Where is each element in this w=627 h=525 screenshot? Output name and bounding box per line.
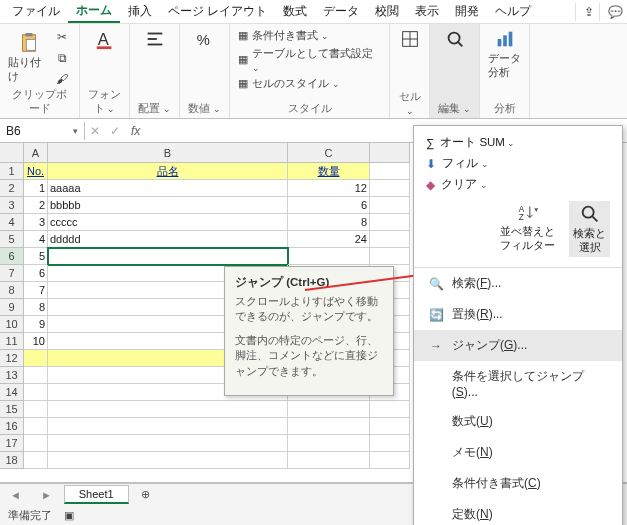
cell[interactable]: 8	[24, 299, 48, 316]
cell[interactable]: 2	[24, 197, 48, 214]
cell[interactable]	[288, 401, 370, 418]
cell[interactable]	[370, 180, 410, 197]
row-header[interactable]: 10	[0, 316, 24, 333]
menu-developer[interactable]: 開発	[447, 1, 487, 22]
paste-button[interactable]: 貼り付け	[8, 32, 49, 84]
row-header[interactable]: 5	[0, 231, 24, 248]
row-header[interactable]: 13	[0, 367, 24, 384]
name-box[interactable]: B6▾	[0, 122, 85, 140]
group-label-number[interactable]: 数値	[188, 102, 221, 116]
cell[interactable]: ddddd	[48, 231, 288, 248]
fill-button[interactable]: ⬇フィル	[422, 153, 614, 174]
cell[interactable]	[288, 435, 370, 452]
menu-help[interactable]: ヘルプ	[487, 1, 539, 22]
cell[interactable]: 9	[24, 316, 48, 333]
copy-icon[interactable]: ⧉	[53, 49, 71, 67]
row-header[interactable]: 11	[0, 333, 24, 350]
menu-data[interactable]: データ	[315, 1, 367, 22]
cell[interactable]: aaaaa	[48, 180, 288, 197]
group-label-editing[interactable]: 編集	[438, 102, 471, 116]
cell[interactable]	[370, 435, 410, 452]
cell[interactable]	[24, 367, 48, 384]
cell[interactable]: 5	[24, 248, 48, 265]
cell-styles-button[interactable]: ▦セルのスタイル	[238, 76, 381, 91]
menu-review[interactable]: 校閲	[367, 1, 407, 22]
row-header[interactable]: 15	[0, 401, 24, 418]
menu-page-layout[interactable]: ページ レイアウト	[160, 1, 275, 22]
cell[interactable]	[48, 401, 288, 418]
cell[interactable]	[370, 214, 410, 231]
cell[interactable]: No.	[24, 163, 48, 180]
row-header[interactable]: 18	[0, 452, 24, 469]
row-header[interactable]: 16	[0, 418, 24, 435]
menu-formulas[interactable]: 数式(U)	[414, 406, 622, 437]
align-button[interactable]	[144, 28, 166, 50]
row-header[interactable]: 6	[0, 248, 24, 265]
format-painter-icon[interactable]: 🖌	[53, 70, 71, 88]
menu-home[interactable]: ホーム	[68, 0, 120, 23]
cell[interactable]	[370, 418, 410, 435]
cell[interactable]	[288, 418, 370, 435]
editing-button[interactable]	[444, 28, 466, 50]
row-header[interactable]: 3	[0, 197, 24, 214]
cell[interactable]: 12	[288, 180, 370, 197]
font-button[interactable]: A	[94, 28, 116, 50]
menu-goto-special[interactable]: 条件を選択してジャンプ(S)...	[414, 361, 622, 406]
row-header[interactable]: 9	[0, 299, 24, 316]
row-header[interactable]: 17	[0, 435, 24, 452]
cell[interactable]: 品名	[48, 163, 288, 180]
menu-notes[interactable]: メモ(N)	[414, 437, 622, 468]
row-header[interactable]: 8	[0, 282, 24, 299]
add-sheet-button[interactable]: ⊕	[131, 488, 160, 501]
cell[interactable]	[24, 418, 48, 435]
tab-nav-next[interactable]: ►	[31, 489, 62, 501]
cells-button[interactable]	[399, 28, 421, 50]
menu-file[interactable]: ファイル	[4, 1, 68, 22]
cell[interactable]	[48, 418, 288, 435]
menu-formulas[interactable]: 数式	[275, 1, 315, 22]
comments-icon[interactable]: 💬	[599, 3, 623, 21]
cell[interactable]: 6	[24, 265, 48, 282]
number-button[interactable]: %	[194, 28, 216, 50]
sheet-tab[interactable]: Sheet1	[64, 485, 129, 504]
macro-record-icon[interactable]: ▣	[64, 509, 74, 522]
cell[interactable]: 1	[24, 180, 48, 197]
data-analysis-button[interactable]: データ 分析	[488, 28, 521, 80]
menu-constants[interactable]: 定数(N)	[414, 499, 622, 525]
cell[interactable]	[24, 384, 48, 401]
cancel-edit-icon[interactable]: ✕	[85, 124, 105, 138]
cell[interactable]: ccccc	[48, 214, 288, 231]
col-header-b[interactable]: B	[48, 143, 288, 163]
row-header[interactable]: 12	[0, 350, 24, 367]
conditional-formatting-button[interactable]: ▦条件付き書式	[238, 28, 381, 43]
cell[interactable]	[288, 452, 370, 469]
cell[interactable]: 4	[24, 231, 48, 248]
select-all-corner[interactable]	[0, 143, 24, 163]
cell[interactable]	[288, 248, 370, 265]
menu-view[interactable]: 表示	[407, 1, 447, 22]
cell[interactable]: 7	[24, 282, 48, 299]
row-header[interactable]: 14	[0, 384, 24, 401]
cell[interactable]	[24, 401, 48, 418]
cell[interactable]: 数量	[288, 163, 370, 180]
cell[interactable]	[370, 231, 410, 248]
cut-icon[interactable]: ✂	[53, 28, 71, 46]
row-header[interactable]: 7	[0, 265, 24, 282]
col-header-a[interactable]: A	[24, 143, 48, 163]
share-icon[interactable]: ⇪	[575, 3, 599, 21]
menu-cond-format[interactable]: 条件付き書式(C)	[414, 468, 622, 499]
cell[interactable]	[370, 452, 410, 469]
menu-insert[interactable]: 挿入	[120, 1, 160, 22]
tab-nav-prev[interactable]: ◄	[0, 489, 31, 501]
row-header[interactable]: 1	[0, 163, 24, 180]
cell[interactable]	[370, 401, 410, 418]
confirm-edit-icon[interactable]: ✓	[105, 124, 125, 138]
row-header[interactable]: 4	[0, 214, 24, 231]
cell[interactable]	[24, 350, 48, 367]
menu-find[interactable]: 🔍検索(F)...	[414, 268, 622, 299]
group-label-font[interactable]: フォント	[88, 88, 121, 116]
cell[interactable]: 6	[288, 197, 370, 214]
group-label-align[interactable]: 配置	[138, 102, 171, 116]
clear-button[interactable]: ◆クリア	[422, 174, 614, 195]
cell[interactable]: 3	[24, 214, 48, 231]
